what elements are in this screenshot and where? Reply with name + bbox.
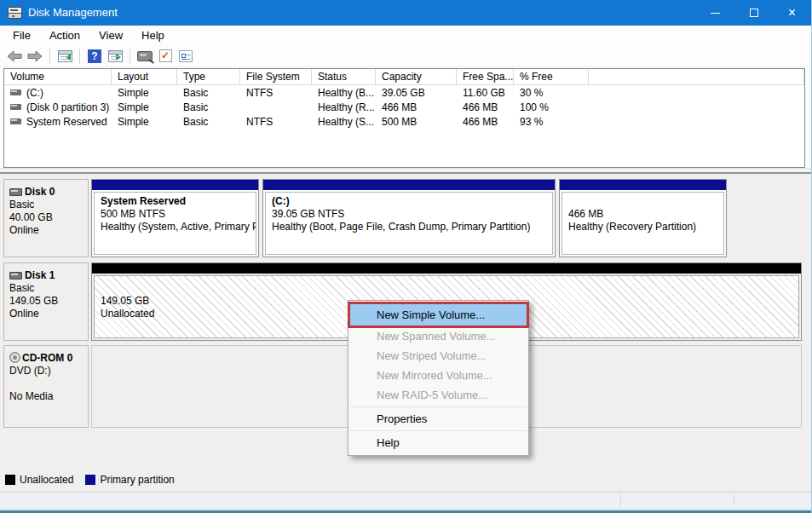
- pane-splitter[interactable]: [0, 168, 811, 174]
- cell-type: Basic: [177, 87, 240, 99]
- red-annotation-box: [348, 302, 529, 328]
- menu-item-new-simple-volume[interactable]: New Simple Volume...: [348, 303, 528, 326]
- table-row[interactable]: System Reserved Simple Basic NTFS Health…: [4, 114, 804, 129]
- column-header-free-space[interactable]: Free Spa...: [457, 69, 514, 84]
- menu-help[interactable]: Help: [132, 26, 174, 44]
- disk1-status: Online: [9, 308, 88, 320]
- menu-action[interactable]: Action: [40, 26, 89, 44]
- disk0-kind: Basic: [9, 199, 88, 211]
- back-icon: [7, 50, 22, 62]
- cell-free-space: 11.60 GB: [457, 87, 514, 99]
- check-disk-icon: ✓: [159, 49, 172, 62]
- toolbar: ? ✓: [0, 45, 811, 67]
- cell-pct-free: 93 %: [514, 116, 589, 128]
- back-button[interactable]: [4, 47, 25, 66]
- menu-item-help[interactable]: Help: [348, 433, 528, 452]
- check-disk-button[interactable]: ✓: [155, 47, 176, 66]
- statusbar-divider: [734, 494, 734, 506]
- partition-title: System Reserved: [101, 195, 250, 208]
- maximize-icon: [750, 9, 758, 17]
- cell-status: Healthy (S...: [312, 116, 376, 128]
- console-tree-button[interactable]: [55, 47, 75, 66]
- cell-type: Basic: [177, 116, 240, 128]
- menu-bar: File Action View Help: [0, 26, 811, 45]
- toolbar-separator: [79, 49, 80, 64]
- action-pane-button[interactable]: [105, 47, 125, 66]
- disk-view-button[interactable]: [135, 47, 155, 66]
- cdrom-kind: DVD (D:): [9, 365, 88, 378]
- help-button[interactable]: ?: [84, 47, 105, 66]
- cdrom-name: CD-ROM 0: [22, 352, 72, 365]
- properties-list-icon: [179, 50, 193, 62]
- cell-status: Healthy (B...: [312, 87, 376, 99]
- menu-item-new-raid5-volume: New RAID-5 Volume...: [348, 385, 528, 405]
- disk0-label-panel[interactable]: Disk 0 Basic 40.00 GB Online: [3, 179, 89, 257]
- menu-item-new-striped-volume: New Striped Volume...: [348, 346, 528, 366]
- cell-pct-free: 100 %: [514, 101, 589, 113]
- legend-unallocated-label: Unallocated: [20, 474, 73, 486]
- column-header-status[interactable]: Status: [312, 69, 376, 84]
- app-disk-icon: [8, 7, 22, 19]
- legend-bar: Unallocated Primary partition: [0, 468, 811, 492]
- title-bar: Disk Management ×: [0, 0, 811, 26]
- cell-file-system: NTFS: [240, 116, 312, 128]
- volume-list: Volume Layout Type File System Status Ca…: [3, 68, 805, 168]
- menu-item-properties[interactable]: Properties: [348, 409, 528, 429]
- status-bar: [0, 492, 811, 508]
- column-header-file-system[interactable]: File System: [240, 69, 312, 84]
- partition-recovery[interactable]: 466 MB Healthy (Recovery Partition): [559, 179, 727, 257]
- column-header-type[interactable]: Type: [177, 69, 240, 84]
- column-header-filler: [589, 69, 804, 84]
- minimize-button[interactable]: [696, 0, 734, 26]
- disk0-size: 40.00 GB: [9, 211, 88, 224]
- partition-c-drive[interactable]: (C:) 39.05 GB NTFS Healthy (Boot, Page F…: [262, 179, 556, 257]
- window-title: Disk Management: [28, 0, 118, 26]
- properties-list-button[interactable]: [176, 47, 196, 66]
- primary-partition-bar: [263, 180, 555, 190]
- cdrom-label-panel[interactable]: CD-ROM 0 DVD (D:) No Media: [3, 345, 89, 428]
- menu-file[interactable]: File: [3, 26, 40, 44]
- cell-volume: (C:): [26, 87, 43, 99]
- unallocated-bar: [92, 263, 801, 274]
- close-icon: ×: [788, 6, 796, 20]
- toolbar-separator: [49, 49, 50, 64]
- cell-free-space: 466 MB: [457, 101, 514, 113]
- context-menu: New Simple Volume... New Spanned Volume.…: [348, 300, 529, 456]
- minimize-icon: [711, 13, 720, 14]
- column-header-capacity[interactable]: Capacity: [376, 69, 457, 84]
- volume-icon: [10, 89, 21, 95]
- partition-status: Healthy (System, Active, Primary Pa: [101, 221, 250, 233]
- column-header-layout[interactable]: Layout: [112, 69, 177, 84]
- menu-separator: [350, 430, 527, 431]
- volume-list-header: Volume Layout Type File System Status Ca…: [4, 69, 804, 85]
- forward-icon: [27, 50, 43, 62]
- cdrom-icon: [9, 352, 20, 363]
- table-row[interactable]: (C:) Simple Basic NTFS Healthy (B... 39.…: [4, 85, 804, 100]
- cell-layout: Simple: [112, 116, 177, 128]
- disk-view-icon: [137, 51, 153, 61]
- cell-layout: Simple: [112, 87, 177, 99]
- column-header-pct-free[interactable]: % Free: [514, 69, 589, 84]
- disk0-name: Disk 0: [25, 186, 55, 199]
- column-header-volume[interactable]: Volume: [4, 69, 112, 84]
- partition-title: [568, 195, 717, 208]
- primary-partition-bar: [560, 180, 726, 190]
- console-tree-icon: [58, 50, 72, 62]
- forward-button[interactable]: [25, 47, 45, 66]
- partition-title: (C:): [272, 195, 546, 208]
- partition-size: 466 MB: [568, 208, 717, 221]
- cell-pct-free: 30 %: [514, 87, 589, 99]
- disk1-label-panel[interactable]: Disk 1 Basic 149.05 GB Online: [3, 262, 89, 341]
- disk0-status: Online: [9, 224, 88, 237]
- close-button[interactable]: ×: [773, 0, 811, 26]
- cell-file-system: NTFS: [240, 87, 312, 99]
- primary-partition-bar: [92, 180, 258, 190]
- partition-system-reserved[interactable]: System Reserved 500 MB NTFS Healthy (Sys…: [91, 179, 259, 257]
- maximize-button[interactable]: [734, 0, 773, 26]
- cell-free-space: 466 MB: [457, 116, 514, 128]
- partition-size: 39.05 GB NTFS: [272, 208, 546, 221]
- help-icon: ?: [88, 49, 101, 63]
- menu-item-new-mirrored-volume: New Mirrored Volume...: [348, 366, 528, 385]
- table-row[interactable]: (Disk 0 partition 3) Simple Basic Health…: [4, 100, 804, 114]
- menu-view[interactable]: View: [89, 26, 132, 44]
